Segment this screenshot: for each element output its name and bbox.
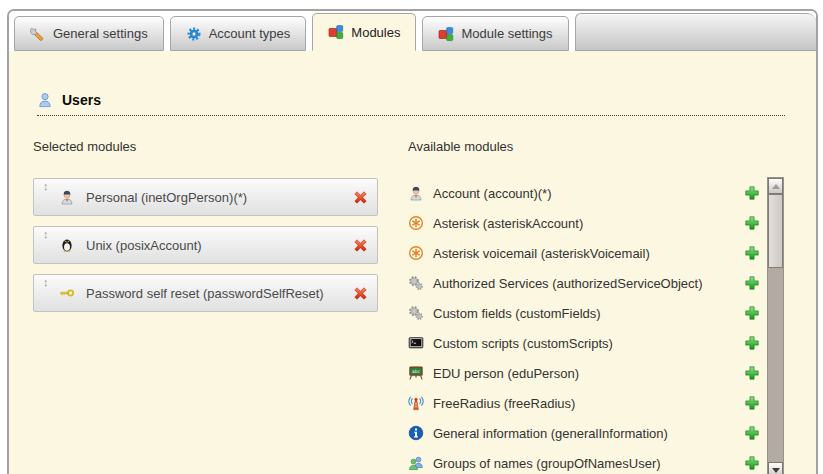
module-label: FreeRadius (freeRadius) bbox=[433, 396, 575, 411]
available-modules-list: Account (account)(*)Asterisk (asteriskAc… bbox=[408, 178, 760, 474]
group-icon bbox=[408, 455, 424, 471]
add-module-button[interactable] bbox=[744, 185, 760, 201]
penguin-icon bbox=[59, 237, 75, 253]
tab-label: Modules bbox=[351, 25, 400, 40]
person-icon bbox=[408, 185, 424, 201]
tab-modules[interactable]: Modules bbox=[312, 13, 416, 51]
module-label: Groups of names (groupOfNamesUser) bbox=[433, 456, 661, 471]
antenna-icon bbox=[408, 395, 424, 411]
scroll-down-button[interactable] bbox=[768, 462, 783, 474]
module-label: Custom scripts (customScripts) bbox=[433, 336, 613, 351]
remove-module-button[interactable] bbox=[352, 189, 369, 206]
scroll-up-arrow-icon bbox=[772, 184, 780, 189]
tab-bar: General settingsAccount typesModulesModu… bbox=[9, 11, 816, 51]
drag-handle-icon[interactable]: ↕ bbox=[43, 229, 49, 240]
available-module-general-information: General information (generalInformation) bbox=[408, 418, 760, 448]
user-icon bbox=[37, 92, 53, 108]
drag-handle-icon[interactable]: ↕ bbox=[43, 277, 49, 288]
remove-module-button[interactable] bbox=[352, 285, 369, 302]
modules-icon bbox=[328, 24, 344, 40]
selected-modules-heading: Selected modules bbox=[33, 139, 408, 154]
module-label: Account (account)(*) bbox=[433, 186, 552, 201]
module-label: Custom fields (customFields) bbox=[433, 306, 601, 321]
module-label: Password self reset (passwordSelfReset) bbox=[86, 286, 324, 301]
available-module-edu-person: abcEDU person (eduPerson) bbox=[408, 358, 760, 388]
tab-module-settings[interactable]: Module settings bbox=[422, 16, 568, 51]
available-modules-heading: Available modules bbox=[408, 139, 816, 154]
svg-text:abc: abc bbox=[412, 369, 421, 374]
available-module-groups-of-names: Groups of names (groupOfNamesUser) bbox=[408, 448, 760, 474]
available-module-custom-fields: Custom fields (customFields) bbox=[408, 298, 760, 328]
modules-tab-panel: Users Selected modules ↕Personal (inetOr… bbox=[9, 51, 816, 474]
scrollbar-thumb[interactable] bbox=[768, 194, 783, 268]
info-icon bbox=[408, 425, 424, 441]
available-module-asterisk-voicemail: Asterisk voicemail (asteriskVoicemail) bbox=[408, 238, 760, 268]
add-module-button[interactable] bbox=[744, 215, 760, 231]
available-module-asterisk: Asterisk (asteriskAccount) bbox=[408, 208, 760, 238]
module-label: Personal (inetOrgPerson)(*) bbox=[86, 190, 247, 205]
module-label: EDU person (eduPerson) bbox=[433, 366, 579, 381]
add-module-button[interactable] bbox=[744, 305, 760, 321]
available-module-custom-scripts: Custom scripts (customScripts) bbox=[408, 328, 760, 358]
tab-label: Module settings bbox=[461, 26, 552, 41]
scroll-down-arrow-icon bbox=[772, 468, 780, 473]
available-modules-scrollbar[interactable] bbox=[767, 177, 784, 474]
asterisk-icon bbox=[408, 245, 424, 261]
tab-label: General settings bbox=[53, 26, 148, 41]
gears-icon bbox=[408, 275, 424, 291]
add-module-button[interactable] bbox=[744, 275, 760, 291]
add-module-button[interactable] bbox=[744, 335, 760, 351]
add-module-button[interactable] bbox=[744, 455, 760, 471]
selected-module-personal[interactable]: ↕Personal (inetOrgPerson)(*) bbox=[33, 178, 378, 216]
add-module-button[interactable] bbox=[744, 245, 760, 261]
asterisk-icon bbox=[408, 215, 424, 231]
tab-bar-filler bbox=[575, 13, 816, 51]
selected-module-unix[interactable]: ↕Unix (posixAccount) bbox=[33, 226, 378, 264]
tab-general-settings[interactable]: General settings bbox=[14, 16, 164, 51]
terminal-icon bbox=[408, 335, 424, 351]
chalkboard-icon: abc bbox=[408, 365, 424, 381]
available-module-freeradius: FreeRadius (freeRadius) bbox=[408, 388, 760, 418]
module-label: Authorized Services (authorizedServiceOb… bbox=[433, 276, 703, 291]
modules-icon bbox=[438, 26, 454, 42]
remove-module-button[interactable] bbox=[352, 237, 369, 254]
selected-modules-list: ↕Personal (inetOrgPerson)(*)↕Unix (posix… bbox=[33, 178, 408, 312]
add-module-button[interactable] bbox=[744, 425, 760, 441]
tab-label: Account types bbox=[209, 26, 291, 41]
gear-blue-icon bbox=[186, 26, 202, 42]
users-section-header: Users bbox=[37, 51, 785, 116]
selected-module-password-self-reset[interactable]: ↕Password self reset (passwordSelfReset) bbox=[33, 274, 378, 312]
available-module-authorized-services: Authorized Services (authorizedServiceOb… bbox=[408, 268, 760, 298]
scroll-up-button[interactable] bbox=[768, 178, 783, 194]
person-icon bbox=[59, 189, 75, 205]
module-label: General information (generalInformation) bbox=[433, 426, 668, 441]
section-title: Users bbox=[62, 92, 101, 108]
drag-handle-icon[interactable]: ↕ bbox=[43, 181, 49, 192]
module-label: Unix (posixAccount) bbox=[86, 238, 202, 253]
key-icon bbox=[59, 285, 75, 301]
module-label: Asterisk voicemail (asteriskVoicemail) bbox=[433, 246, 650, 261]
add-module-button[interactable] bbox=[744, 365, 760, 381]
gears-icon bbox=[408, 305, 424, 321]
available-module-account: Account (account)(*) bbox=[408, 178, 760, 208]
config-panel: General settingsAccount typesModulesModu… bbox=[7, 9, 818, 474]
add-module-button[interactable] bbox=[744, 395, 760, 411]
tab-account-types[interactable]: Account types bbox=[170, 16, 307, 51]
wrench-icon bbox=[30, 26, 46, 42]
module-label: Asterisk (asteriskAccount) bbox=[433, 216, 583, 231]
